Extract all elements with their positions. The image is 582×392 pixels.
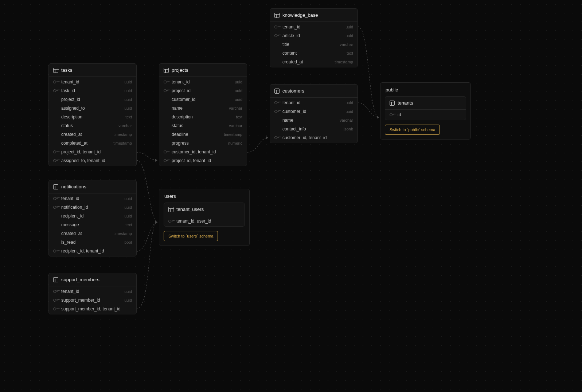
table-column[interactable]: assigned_to, tenant_id [49,156,136,165]
table-column[interactable]: deadlinetimestamp [159,130,247,139]
table-tenant_users[interactable]: tenant_userstenant_id, user_id [164,203,245,227]
table-column[interactable]: completed_attimestamp [49,139,136,148]
table-column[interactable]: tenant_iduuid [49,194,136,203]
table-column[interactable]: recipient_iduuid [49,212,136,220]
column-name: recipient_id [61,213,83,219]
table-column[interactable]: support_member_id, tenant_id [49,305,136,313]
column-type: varchar [229,124,242,128]
column-type: uuid [345,25,353,29]
table-column[interactable]: titlevarchar [270,40,358,49]
table-column[interactable]: created_attimestamp [49,130,136,139]
table-column[interactable]: project_id, tenant_id [49,148,136,156]
key-icon [274,110,280,113]
table-column[interactable]: is_readbool [49,238,136,247]
table-column[interactable]: contact_infojsonb [270,125,358,133]
table-column[interactable]: tenant_iduuid [270,98,358,107]
column-type: timestamp [335,60,353,64]
table-column[interactable]: tenant_iduuid [270,23,358,31]
column-name: is_read [61,240,75,245]
table-icon [274,89,280,94]
table-column[interactable]: tenant_iduuid [49,78,136,86]
table-column[interactable]: project_iduuid [49,95,136,104]
table-column[interactable]: assigned_touuid [49,104,136,113]
switch-schema-button[interactable]: Switch to `users` schema [164,231,218,241]
table-column[interactable]: created_attimestamp [270,58,358,66]
column-name: contact_info [282,126,306,132]
table-title: projects [172,67,188,73]
table-column[interactable]: support_member_iduuid [49,296,136,305]
table-customers[interactable]: customerstenant_iduuidcustomer_iduuidnam… [270,84,358,143]
table-tenants[interactable]: tenantsid [385,96,466,120]
column-type: uuid [124,80,132,84]
table-knowledge_base[interactable]: knowledge_basetenant_iduuidarticle_iduui… [270,8,358,67]
column-type: varchar [340,118,353,122]
table-icon [53,277,58,282]
table-column[interactable]: tenant_iduuid [49,287,136,296]
table-column[interactable]: namevarchar [159,104,247,113]
key-icon [53,80,58,84]
table-column[interactable]: article_iduuid [270,31,358,40]
table-column[interactable]: tenant_iduuid [159,78,247,86]
key-icon [53,249,58,253]
key-icon [274,34,280,38]
table-column[interactable]: notification_iduuid [49,203,136,212]
key-icon [53,150,58,154]
column-name: support_member_id [61,298,100,303]
schema-public[interactable]: publictenantsidSwitch to `public` schema [380,82,471,140]
column-type: timestamp [113,141,132,145]
table-rows: tenant_iduuidsupport_member_iduuidsuppor… [49,286,136,314]
column-name: recipient_id, tenant_id [61,248,104,254]
table-column[interactable]: task_iduuid [49,86,136,95]
table-column[interactable]: descriptiontext [159,113,247,121]
table-column[interactable]: customer_id, tenant_id [270,133,358,142]
table-column[interactable]: id [385,110,466,119]
table-column[interactable]: messagetext [49,220,136,229]
table-notifications[interactable]: notificationstenant_iduuidnotification_i… [48,180,137,256]
column-name: project_id [61,97,80,102]
table-column[interactable]: created_attimestamp [49,229,136,238]
column-type: text [236,115,242,119]
table-column[interactable]: descriptiontext [49,113,136,121]
table-column[interactable]: tenant_id, user_id [164,217,245,226]
column-name: customer_id, tenant_id [172,149,216,154]
table-column[interactable]: customer_iduuid [270,107,358,116]
column-type: uuid [345,34,353,38]
table-column[interactable]: progressnumeric [159,139,247,148]
table-title: knowledge_base [282,12,318,18]
column-name: tenant_id [282,100,300,105]
column-name: description [172,114,193,119]
table-column[interactable]: contenttext [270,49,358,58]
table-projects[interactable]: projectstenant_iduuidproject_iduuidcusto… [159,63,247,166]
table-column[interactable]: customer_id, tenant_id [159,148,247,156]
switch-schema-button[interactable]: Switch to `public` schema [385,125,440,135]
table-column[interactable]: statusvarchar [49,121,136,130]
table-column[interactable]: project_iduuid [159,86,247,95]
key-icon [390,113,395,117]
table-tasks[interactable]: taskstenant_iduuidtask_iduuidproject_idu… [48,63,137,166]
column-name: content [282,51,297,56]
table-column[interactable]: recipient_id, tenant_id [49,247,136,255]
column-name: description [61,114,82,119]
table-column[interactable]: namevarchar [270,116,358,125]
table-icon [53,184,58,189]
column-name: status [172,123,183,128]
table-column[interactable]: project_id, tenant_id [159,156,247,165]
table-header: support_members [49,273,136,286]
table-rows: tenant_iduuidproject_iduuidcustomer_iduu… [159,77,247,166]
table-support_members[interactable]: support_memberstenant_iduuidsupport_memb… [48,273,137,314]
column-name: project_id, tenant_id [172,158,211,163]
table-icon [168,207,173,212]
table-column[interactable]: customer_iduuid [159,95,247,104]
column-name: tenant_id, user_id [176,219,211,224]
key-icon [53,159,58,162]
table-header: tenants [385,97,466,110]
column-type: uuid [124,298,132,302]
column-type: jsonb [344,127,353,131]
column-type: text [347,51,353,55]
schema-users[interactable]: userstenant_userstenant_id, user_idSwitc… [159,189,250,246]
column-name: title [282,42,289,47]
key-icon [164,89,169,93]
table-rows: tenant_iduuidcustomer_iduuidnamevarcharc… [270,98,358,143]
key-icon [164,159,169,162]
table-column[interactable]: statusvarchar [159,121,247,130]
